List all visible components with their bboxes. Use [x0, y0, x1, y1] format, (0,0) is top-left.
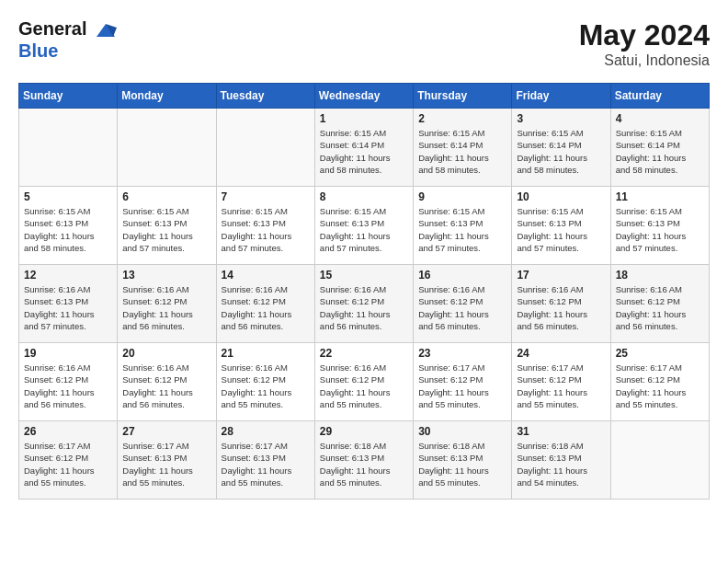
calendar-cell: 22Sunrise: 6:16 AM Sunset: 6:12 PM Dayli… — [314, 343, 413, 421]
logo-text: General — [18, 18, 119, 40]
day-number: 29 — [320, 425, 408, 438]
calendar-cell: 5Sunrise: 6:15 AM Sunset: 6:13 PM Daylig… — [19, 187, 118, 265]
day-number: 22 — [320, 347, 408, 360]
weekday-header-row: SundayMondayTuesdayWednesdayThursdayFrid… — [19, 84, 710, 109]
calendar-cell: 2Sunrise: 6:15 AM Sunset: 6:14 PM Daylig… — [414, 109, 512, 187]
day-info: Sunrise: 6:16 AM Sunset: 6:12 PM Dayligh… — [320, 283, 408, 332]
day-number: 10 — [517, 190, 605, 203]
calendar-cell — [118, 109, 216, 187]
day-number: 15 — [320, 269, 408, 282]
day-info: Sunrise: 6:17 AM Sunset: 6:13 PM Dayligh… — [122, 440, 210, 488]
week-row-3: 12Sunrise: 6:16 AM Sunset: 6:13 PM Dayli… — [19, 265, 710, 343]
weekday-header-sunday: Sunday — [19, 84, 118, 109]
day-info: Sunrise: 6:17 AM Sunset: 6:12 PM Dayligh… — [24, 440, 112, 488]
calendar-cell — [19, 109, 118, 187]
calendar-cell: 23Sunrise: 6:17 AM Sunset: 6:12 PM Dayli… — [414, 343, 512, 421]
calendar-cell: 15Sunrise: 6:16 AM Sunset: 6:12 PM Dayli… — [314, 265, 413, 343]
day-info: Sunrise: 6:15 AM Sunset: 6:13 PM Dayligh… — [122, 205, 210, 254]
day-info: Sunrise: 6:16 AM Sunset: 6:12 PM Dayligh… — [222, 362, 310, 410]
month-year-title: May 2024 — [579, 18, 710, 52]
day-number: 30 — [418, 425, 506, 438]
calendar-cell: 26Sunrise: 6:17 AM Sunset: 6:12 PM Dayli… — [19, 421, 118, 500]
day-number: 18 — [616, 269, 704, 282]
day-number: 13 — [122, 269, 210, 282]
calendar-cell: 3Sunrise: 6:15 AM Sunset: 6:14 PM Daylig… — [512, 109, 610, 187]
day-info: Sunrise: 6:15 AM Sunset: 6:13 PM Dayligh… — [418, 205, 506, 254]
day-number: 31 — [517, 425, 605, 438]
location-subtitle: Satui, Indonesia — [579, 52, 710, 69]
calendar-cell: 18Sunrise: 6:16 AM Sunset: 6:12 PM Dayli… — [610, 265, 709, 343]
calendar-cell: 25Sunrise: 6:17 AM Sunset: 6:12 PM Dayli… — [610, 343, 709, 421]
week-row-5: 26Sunrise: 6:17 AM Sunset: 6:12 PM Dayli… — [19, 421, 710, 500]
weekday-header-friday: Friday — [512, 84, 610, 109]
calendar-cell: 10Sunrise: 6:15 AM Sunset: 6:13 PM Dayli… — [512, 187, 610, 265]
calendar-cell: 6Sunrise: 6:15 AM Sunset: 6:13 PM Daylig… — [118, 187, 216, 265]
calendar-cell: 11Sunrise: 6:15 AM Sunset: 6:13 PM Dayli… — [610, 187, 709, 265]
day-info: Sunrise: 6:17 AM Sunset: 6:12 PM Dayligh… — [616, 362, 704, 410]
day-info: Sunrise: 6:15 AM Sunset: 6:14 PM Dayligh… — [320, 127, 408, 176]
day-info: Sunrise: 6:16 AM Sunset: 6:12 PM Dayligh… — [616, 283, 704, 332]
day-info: Sunrise: 6:18 AM Sunset: 6:13 PM Dayligh… — [517, 440, 605, 488]
week-row-1: 1Sunrise: 6:15 AM Sunset: 6:14 PM Daylig… — [19, 109, 710, 187]
weekday-header-monday: Monday — [118, 84, 216, 109]
calendar-cell: 7Sunrise: 6:15 AM Sunset: 6:13 PM Daylig… — [216, 187, 314, 265]
page-header: General Blue May 2024 Satui, Indonesia — [18, 18, 710, 69]
day-info: Sunrise: 6:17 AM Sunset: 6:12 PM Dayligh… — [517, 362, 605, 410]
day-number: 11 — [616, 190, 704, 203]
calendar-cell — [610, 421, 709, 500]
week-row-4: 19Sunrise: 6:16 AM Sunset: 6:12 PM Dayli… — [19, 343, 710, 421]
weekday-header-thursday: Thursday — [414, 84, 512, 109]
calendar-cell: 16Sunrise: 6:16 AM Sunset: 6:12 PM Dayli… — [414, 265, 512, 343]
day-number: 24 — [517, 347, 605, 360]
day-info: Sunrise: 6:15 AM Sunset: 6:13 PM Dayligh… — [616, 205, 704, 254]
calendar-cell: 12Sunrise: 6:16 AM Sunset: 6:13 PM Dayli… — [19, 265, 118, 343]
logo: General Blue — [18, 18, 119, 61]
day-number: 6 — [122, 190, 210, 203]
day-number: 1 — [320, 112, 408, 125]
calendar-cell — [216, 109, 314, 187]
day-info: Sunrise: 6:15 AM Sunset: 6:14 PM Dayligh… — [616, 127, 704, 176]
calendar-cell: 21Sunrise: 6:16 AM Sunset: 6:12 PM Dayli… — [216, 343, 314, 421]
day-number: 3 — [517, 112, 605, 125]
weekday-header-saturday: Saturday — [610, 84, 709, 109]
day-number: 4 — [616, 112, 704, 125]
day-info: Sunrise: 6:16 AM Sunset: 6:12 PM Dayligh… — [122, 362, 210, 410]
day-number: 16 — [418, 269, 506, 282]
day-number: 28 — [222, 425, 310, 438]
calendar-cell: 31Sunrise: 6:18 AM Sunset: 6:13 PM Dayli… — [512, 421, 610, 500]
day-info: Sunrise: 6:15 AM Sunset: 6:13 PM Dayligh… — [222, 205, 310, 254]
title-block: May 2024 Satui, Indonesia — [579, 18, 710, 69]
calendar-cell: 19Sunrise: 6:16 AM Sunset: 6:12 PM Dayli… — [19, 343, 118, 421]
day-info: Sunrise: 6:18 AM Sunset: 6:13 PM Dayligh… — [418, 440, 506, 488]
weekday-header-tuesday: Tuesday — [216, 84, 314, 109]
day-number: 27 — [122, 425, 210, 438]
calendar-cell: 13Sunrise: 6:16 AM Sunset: 6:12 PM Dayli… — [118, 265, 216, 343]
calendar-cell: 30Sunrise: 6:18 AM Sunset: 6:13 PM Dayli… — [414, 421, 512, 500]
calendar-cell: 14Sunrise: 6:16 AM Sunset: 6:12 PM Dayli… — [216, 265, 314, 343]
logo-blue: Blue — [18, 40, 119, 61]
weekday-header-wednesday: Wednesday — [314, 84, 413, 109]
day-number: 25 — [616, 347, 704, 360]
day-info: Sunrise: 6:18 AM Sunset: 6:13 PM Dayligh… — [320, 440, 408, 488]
day-info: Sunrise: 6:15 AM Sunset: 6:13 PM Dayligh… — [517, 205, 605, 254]
day-number: 12 — [24, 269, 112, 282]
day-number: 21 — [222, 347, 310, 360]
calendar-cell: 27Sunrise: 6:17 AM Sunset: 6:13 PM Dayli… — [118, 421, 216, 500]
day-info: Sunrise: 6:16 AM Sunset: 6:12 PM Dayligh… — [24, 362, 112, 410]
calendar-cell: 24Sunrise: 6:17 AM Sunset: 6:12 PM Dayli… — [512, 343, 610, 421]
day-number: 9 — [418, 190, 506, 203]
day-info: Sunrise: 6:15 AM Sunset: 6:13 PM Dayligh… — [320, 205, 408, 254]
logo-icon — [93, 20, 119, 40]
day-info: Sunrise: 6:16 AM Sunset: 6:12 PM Dayligh… — [517, 283, 605, 332]
day-number: 23 — [418, 347, 506, 360]
week-row-2: 5Sunrise: 6:15 AM Sunset: 6:13 PM Daylig… — [19, 187, 710, 265]
day-number: 2 — [418, 112, 506, 125]
day-info: Sunrise: 6:16 AM Sunset: 6:13 PM Dayligh… — [24, 283, 112, 332]
calendar-cell: 8Sunrise: 6:15 AM Sunset: 6:13 PM Daylig… — [314, 187, 413, 265]
day-info: Sunrise: 6:17 AM Sunset: 6:13 PM Dayligh… — [222, 440, 310, 488]
day-number: 19 — [24, 347, 112, 360]
calendar-cell: 9Sunrise: 6:15 AM Sunset: 6:13 PM Daylig… — [414, 187, 512, 265]
day-info: Sunrise: 6:16 AM Sunset: 6:12 PM Dayligh… — [122, 283, 210, 332]
day-info: Sunrise: 6:15 AM Sunset: 6:14 PM Dayligh… — [517, 127, 605, 176]
calendar-cell: 17Sunrise: 6:16 AM Sunset: 6:12 PM Dayli… — [512, 265, 610, 343]
